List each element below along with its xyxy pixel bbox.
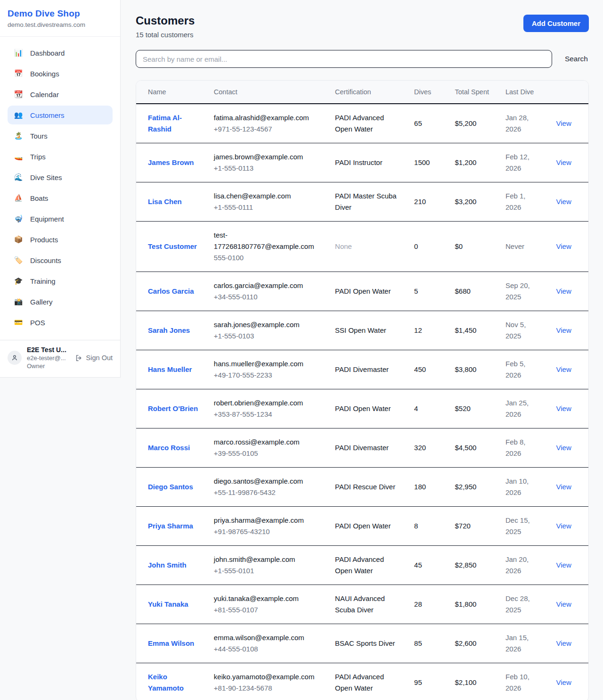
- customer-name-link[interactable]: Emma Wilson: [148, 639, 194, 647]
- last-dive-date: Jan 15, 2026: [498, 624, 549, 663]
- total-spent: $3,200: [447, 182, 498, 222]
- table-row: Fatima Al-Rashid fatima.alrashid@example…: [136, 104, 588, 143]
- certification: None: [335, 242, 352, 250]
- customer-name-link[interactable]: Keiko Yamamoto: [148, 673, 184, 692]
- sidebar-item-customers[interactable]: 👥 Customers: [8, 106, 113, 124]
- last-dive-date: Feb 8, 2026: [498, 428, 549, 468]
- sidebar: Demo Dive Shop demo.test.divestreams.com…: [0, 0, 121, 378]
- sidebar-item-dive-sites[interactable]: 🌊 Dive Sites: [8, 168, 113, 187]
- view-link[interactable]: View: [556, 158, 571, 166]
- customer-email: robert.obrien@example.com: [214, 397, 320, 409]
- customer-name-link[interactable]: Yuki Tanaka: [148, 600, 188, 608]
- customer-email: test-1772681807767@example.com: [214, 230, 320, 252]
- sidebar-item-label: Gallery: [30, 298, 53, 306]
- dives-count: 4: [407, 389, 447, 428]
- total-spent: $1,800: [447, 585, 498, 624]
- sidebar-item-trips[interactable]: 🚤 Trips: [8, 147, 113, 166]
- sidebar-nav: 📊 Dashboard 📅 Bookings 📆 Calendar 👥 Cust…: [0, 37, 120, 340]
- sidebar-item-label: Dashboard: [30, 49, 65, 57]
- col-header-name: Name: [136, 81, 206, 104]
- customer-name-link[interactable]: Priya Sharma: [148, 522, 193, 530]
- customer-email: marco.rossi@example.com: [214, 436, 320, 448]
- person-icon: [11, 354, 18, 362]
- customer-phone: 555-0100: [214, 252, 320, 264]
- search-input[interactable]: [136, 50, 552, 68]
- sidebar-item-label: Discounts: [30, 256, 61, 264]
- view-link[interactable]: View: [556, 678, 571, 686]
- dives-count: 65: [407, 104, 447, 143]
- sidebar-item-training[interactable]: 🎓 Training: [8, 272, 113, 290]
- view-link[interactable]: View: [556, 287, 571, 295]
- customer-name-link[interactable]: Test Customer: [148, 242, 197, 250]
- sidebar-item-products[interactable]: 📦 Products: [8, 230, 113, 249]
- view-link[interactable]: View: [556, 561, 571, 569]
- certification: PADI Master Scuba Diver: [335, 192, 397, 211]
- customer-name-link[interactable]: Lisa Chen: [148, 198, 182, 206]
- sidebar-item-calendar[interactable]: 📆 Calendar: [8, 85, 113, 104]
- total-spent: $4,500: [447, 428, 498, 468]
- customer-phone: +34-555-0110: [214, 291, 320, 303]
- dives-count: 8: [407, 507, 447, 546]
- dives-count: 28: [407, 585, 447, 624]
- sidebar-item-tours[interactable]: 🏝️ Tours: [8, 126, 113, 145]
- view-link[interactable]: View: [556, 404, 571, 412]
- search-button[interactable]: Search: [564, 55, 589, 63]
- total-spent: $5,200: [447, 104, 498, 143]
- sidebar-item-dashboard[interactable]: 📊 Dashboard: [8, 43, 113, 62]
- view-link[interactable]: View: [556, 639, 571, 647]
- sign-out-label: Sign Out: [86, 354, 113, 362]
- view-link[interactable]: View: [556, 198, 571, 206]
- sidebar-item-label: Calendar: [30, 91, 59, 99]
- customer-name-link[interactable]: James Brown: [148, 158, 194, 166]
- view-link[interactable]: View: [556, 444, 571, 452]
- view-link[interactable]: View: [556, 522, 571, 530]
- customer-email: sarah.jones@example.com: [214, 319, 320, 330]
- customer-name-link[interactable]: Sarah Jones: [148, 326, 190, 334]
- add-customer-button[interactable]: Add Customer: [523, 15, 589, 32]
- last-dive-date: Jan 20, 2026: [498, 546, 549, 585]
- customers-table: Name Contact Certification Dives Total S…: [136, 81, 588, 700]
- customer-name-link[interactable]: Carlos Garcia: [148, 287, 194, 295]
- customer-name-link[interactable]: John Smith: [148, 561, 187, 569]
- table-row: Marco Rossi marco.rossi@example.com +39-…: [136, 428, 588, 468]
- sidebar-item-pos[interactable]: 💳 POS: [8, 313, 113, 332]
- view-link[interactable]: View: [556, 119, 571, 127]
- user-role: Owner: [27, 362, 66, 370]
- sidebar-item-equipment[interactable]: 🤿 Equipment: [8, 209, 113, 228]
- boats-icon: ⛵: [14, 194, 23, 202]
- customer-name-link[interactable]: Fatima Al-Rashid: [148, 114, 182, 133]
- sidebar-item-boats[interactable]: ⛵ Boats: [8, 189, 113, 207]
- total-spent: $3,800: [447, 350, 498, 389]
- user-name: E2E Test U...: [27, 346, 66, 354]
- main-content: Customers 15 total customers Add Custome…: [121, 0, 603, 700]
- customer-name-link[interactable]: Marco Rossi: [148, 444, 190, 452]
- customer-email: hans.mueller@example.com: [214, 358, 320, 370]
- view-link[interactable]: View: [556, 242, 571, 250]
- customer-phone: +49-170-555-2233: [214, 370, 320, 381]
- view-link[interactable]: View: [556, 326, 571, 334]
- sidebar-item-gallery[interactable]: 📸 Gallery: [8, 292, 113, 311]
- customers-icon: 👥: [14, 111, 23, 119]
- sidebar-item-discounts[interactable]: 🏷️ Discounts: [8, 251, 113, 270]
- sidebar-item-bookings[interactable]: 📅 Bookings: [8, 64, 113, 83]
- customer-email: lisa.chen@example.com: [214, 190, 320, 202]
- view-link[interactable]: View: [556, 365, 571, 373]
- pos-icon: 💳: [14, 318, 23, 327]
- certification: PADI Open Water: [335, 522, 391, 530]
- view-link[interactable]: View: [556, 600, 571, 608]
- dives-count: 45: [407, 546, 447, 585]
- dives-count: 1500: [407, 143, 447, 182]
- last-dive-date: Dec 15, 2025: [498, 507, 549, 546]
- last-dive-date: Jan 25, 2026: [498, 389, 549, 428]
- sign-out-button[interactable]: Sign Out: [75, 354, 113, 362]
- customer-phone: +1-555-0101: [214, 565, 320, 576]
- certification: PADI Open Water: [335, 287, 391, 295]
- certification: PADI Instructor: [335, 158, 383, 166]
- customer-name-link[interactable]: Diego Santos: [148, 483, 193, 491]
- customer-name-link[interactable]: Robert O'Brien: [148, 404, 198, 412]
- last-dive-date: Feb 5, 2026: [498, 350, 549, 389]
- col-header-contact: Contact: [206, 81, 327, 104]
- view-link[interactable]: View: [556, 483, 571, 491]
- customer-name-link[interactable]: Hans Mueller: [148, 365, 192, 373]
- last-dive-date: Sep 20, 2025: [498, 272, 549, 311]
